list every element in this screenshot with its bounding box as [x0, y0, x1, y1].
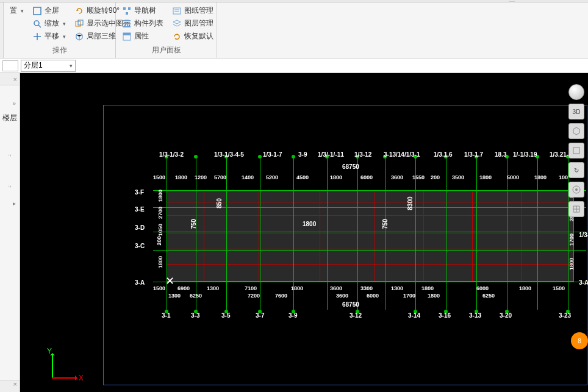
panel-item[interactable]: ., — [1, 150, 18, 157]
floor-plan-drawing: 1/3-1/3-2 1/3-1/3-4-5 1/3-1-7 3-9 1/3/-1… — [153, 152, 586, 318]
notification-bubble[interactable]: 8 — [571, 332, 588, 349]
zoom-label: 缩放 — [45, 18, 59, 29]
dim: 6000 — [367, 293, 379, 299]
axis-label: 3-A — [135, 279, 145, 286]
collapse-icon[interactable]: » — [1, 100, 16, 107]
dim: 1800 — [175, 174, 187, 180]
showselected-icon — [74, 19, 84, 29]
axis-label: 3-E — [135, 206, 145, 213]
restoredefault-button[interactable]: 恢复默认 — [170, 30, 216, 42]
svg-rect-6 — [128, 7, 131, 10]
list-icon — [122, 19, 132, 29]
dim: 1800 — [421, 285, 434, 291]
dim: 7600 — [275, 293, 287, 299]
view-tools: 3D ↻ — [568, 84, 586, 217]
floor-selector[interactable]: 分层1 ▾ — [21, 60, 76, 72]
tree-icon — [122, 6, 132, 16]
axis-label: 1/-1/3.19 — [513, 151, 537, 158]
zoom-button[interactable]: 缩放▾ — [30, 18, 68, 29]
layermgr-button[interactable]: 图层管理 — [170, 18, 216, 29]
layermgr-label: 图层管理 — [184, 18, 213, 29]
dim: 1800 — [330, 174, 342, 180]
dim: 3600 — [336, 293, 348, 299]
ribbon-toolbar: 置▾ 全屏 缩放▾ 平移▾ 顺旋转90° — [0, 2, 588, 59]
dim-total-top: 68750 — [342, 163, 359, 170]
panel-item[interactable]: ., — [1, 181, 18, 188]
dim: 1800 — [534, 174, 547, 180]
dim: 1700 — [403, 293, 415, 299]
dim: 8300 — [407, 196, 414, 210]
axis-gizmo: X Y — [46, 348, 82, 385]
svg-rect-10 — [173, 8, 181, 14]
set-button[interactable]: 置▾ — [7, 5, 26, 16]
properties-button[interactable]: 属性 — [120, 30, 166, 42]
cube-icon — [572, 126, 581, 136]
dim: 100 — [559, 174, 568, 180]
dim: 5200 — [266, 174, 278, 180]
left-side-panel: × » 楼层 ., ., ▸ × — [0, 73, 20, 392]
floor-prev-button[interactable] — [2, 60, 18, 71]
dim: 3500 — [452, 174, 464, 180]
drawingmgr-button[interactable]: 图纸管理 — [170, 5, 216, 16]
axis-label: 1/3-B — [579, 232, 588, 238]
dim: 7200 — [248, 293, 260, 299]
panel-close-bottom[interactable]: × — [0, 380, 20, 392]
view-grid-button[interactable] — [568, 201, 584, 217]
axis-label: 3-13 — [469, 312, 481, 319]
svg-rect-0 — [34, 7, 41, 15]
svg-rect-5 — [123, 7, 126, 10]
axis-label: 3-A — [579, 279, 588, 286]
axis-label: 1/3-1/3-4-5 — [214, 151, 244, 158]
axis-label: 3-20 — [500, 312, 512, 319]
restoredefault-label: 恢复默认 — [184, 31, 213, 41]
group-operate-title: 操作 — [7, 44, 112, 55]
dim: 1300 — [391, 285, 403, 291]
drawing-icon — [172, 6, 182, 16]
dim: 850 — [216, 198, 223, 208]
orbit-sphere-button[interactable] — [568, 84, 584, 100]
dim: 1200 — [195, 174, 207, 180]
local3d-label: 局部三维 — [87, 31, 116, 41]
panel-floor-label[interactable]: 楼层 — [1, 110, 18, 126]
pan-label: 平移 — [45, 31, 59, 41]
fullscreen-icon — [32, 6, 42, 16]
view-box-button[interactable] — [568, 143, 584, 159]
dim: 5700 — [214, 174, 226, 180]
axis-label: 3-1 — [162, 312, 170, 319]
dim: 6000 — [360, 174, 373, 180]
drawingmgr-label: 图纸管理 — [184, 5, 213, 16]
componentlist-label: 构件列表 — [134, 18, 163, 29]
dim: 6250 — [482, 293, 495, 299]
view-refresh-button[interactable]: ↻ — [568, 162, 584, 178]
sub-toolbar: 分层1 ▾ — [0, 59, 588, 73]
axis-label: 3-9 — [298, 151, 307, 158]
dim: 1800 — [157, 256, 163, 268]
cursor-cross-icon: ✕ — [165, 274, 174, 288]
dim: 1800 — [428, 293, 440, 299]
fullscreen-button[interactable]: 全屏 — [30, 5, 68, 16]
dim-total-bot: 68750 — [342, 301, 359, 308]
axis-label: 3-7 — [256, 312, 264, 319]
cad-viewport[interactable]: 1/3-1/3-2 1/3-1/3-4-5 1/3-1-7 3-9 1/3/-1… — [20, 73, 588, 392]
dim: 1500 — [553, 285, 565, 291]
axis-label: 3-5 — [221, 312, 230, 319]
hint-box — [509, 1, 515, 2]
componentlist-button[interactable]: 构件列表 — [120, 18, 166, 29]
properties-label: 属性 — [134, 31, 149, 41]
axis-label: 3-D — [135, 224, 145, 231]
axis-label: 3-F — [135, 189, 144, 196]
svg-point-1 — [34, 21, 39, 26]
axis-label: 3-12 — [350, 312, 362, 319]
navtree-label: 导航树 — [134, 5, 156, 16]
view-cube-button[interactable] — [568, 123, 584, 139]
svg-rect-11 — [573, 148, 579, 154]
dim: 1800 — [157, 190, 163, 202]
panel-close-icon[interactable]: × — [0, 73, 20, 85]
view-steering-button[interactable] — [568, 182, 584, 198]
dim: 5000 — [507, 174, 519, 180]
pan-button[interactable]: 平移▾ — [30, 30, 68, 42]
view-3d-button[interactable]: 3D — [568, 104, 584, 119]
navtree-button[interactable]: 导航树 — [120, 5, 166, 16]
expand-icon[interactable]: ▸ — [1, 200, 16, 207]
chevron-down-icon: ▾ — [70, 63, 73, 69]
